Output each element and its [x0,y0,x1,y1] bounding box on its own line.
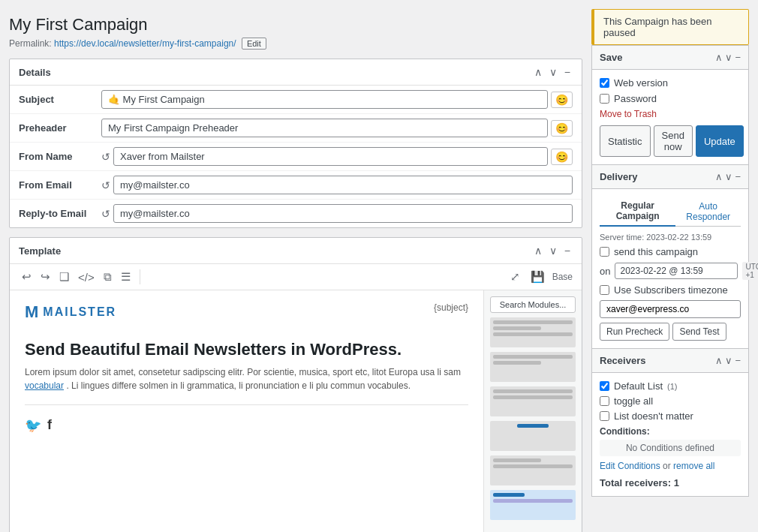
default-list-checkbox[interactable] [600,381,609,391]
reply-to-row: Reply-to Email ↺ [10,200,582,227]
template-collapse-up[interactable]: ∧ [532,244,544,257]
template-panel-header: Template ∧ ∨ − [10,238,582,264]
send-campaign-row[interactable]: send this campaign [600,246,741,257]
expand-button[interactable]: ⤢ [507,269,523,285]
preheader-label: Preheader [19,122,101,134]
preview-link[interactable]: vocabular [25,380,64,391]
list-doesnt-matter-label: List doesn't matter [614,410,693,422]
preheader-input[interactable] [101,119,548,137]
save-panel-up[interactable]: ∧ [715,52,723,63]
copy-button[interactable]: ⧉ [101,269,115,285]
delivery-panel-down[interactable]: ∨ [725,171,732,182]
save-template-button[interactable]: 💾 [528,269,548,285]
from-name-refresh-icon[interactable]: ↺ [101,151,110,163]
module-preview-3[interactable] [490,386,576,416]
send-now-button[interactable]: Send now [654,125,693,157]
no-conditions-text: No Conditions defined [600,440,741,456]
edit-conditions-link[interactable]: Edit Conditions [600,461,660,471]
code-button[interactable]: </> [75,269,98,285]
password-checkbox[interactable] [600,94,609,104]
conditions-actions: Edit Conditions or remove all [600,461,741,471]
save-section: Web version Password Move to Trash Stati… [592,70,748,164]
send-campaign-label: send this campaign [614,246,698,257]
from-name-input[interactable] [113,147,548,166]
undo-button[interactable]: ↩ [19,269,35,285]
from-email-label: From Email [19,179,101,191]
delivery-panel-up[interactable]: ∧ [715,171,723,182]
default-list-label: Default List [614,380,663,392]
remove-all-link[interactable]: remove all [673,461,714,471]
update-button[interactable]: Update [696,125,744,157]
or-label: or [663,461,673,471]
from-email-refresh-icon[interactable]: ↺ [101,179,110,191]
toggle-all-checkbox[interactable] [600,396,609,406]
reply-to-refresh-icon[interactable]: ↺ [101,208,110,220]
web-version-row[interactable]: Web version [600,77,741,89]
list-doesnt-matter-checkbox[interactable] [600,411,609,421]
server-time: Server time: 2023-02-22 13:59 [600,233,741,242]
logo-text: MAILSTER [43,305,116,319]
search-modules-button[interactable]: Search Modules... [490,296,576,313]
save-panel: Save ∧ ∨ − Web version Password Move to … [591,45,749,165]
permalink: Permalink: https://dev.local/newsletter/… [9,38,582,50]
on-row: on UTC +1 [600,262,741,280]
module-preview-4[interactable] [490,421,576,451]
receivers-panel-up[interactable]: ∧ [715,355,723,366]
template-collapse-down[interactable]: ∨ [547,244,559,257]
send-test-button[interactable]: Send Test [672,323,726,341]
web-version-checkbox[interactable] [600,78,609,88]
permalink-link[interactable]: https://dev.local/newsletter/my-first-ca… [54,38,236,49]
receiver-default-list[interactable]: Default List (1) [600,380,741,392]
save-panel-down[interactable]: ∨ [725,52,732,63]
move-to-trash-link[interactable]: Move to Trash [600,109,741,119]
receivers-panel-toggle[interactable]: − [735,355,741,366]
receiver-list-doesnt-matter[interactable]: List doesn't matter [600,410,741,422]
subject-row: Subject 😊 [10,86,582,114]
tab-auto-responder[interactable]: Auto Responder [675,197,741,226]
module-preview-5[interactable] [490,455,576,485]
preview-headline: Send Beautiful Email Newsletters in Word… [25,340,468,359]
run-precheck-button[interactable]: Run Precheck [600,323,669,341]
receivers-panel-down[interactable]: ∨ [725,355,732,366]
statistic-button[interactable]: Statistic [600,125,651,157]
tz-label: Use Subscribers timezone [614,284,728,296]
from-email-input[interactable] [113,176,573,194]
send-campaign-checkbox[interactable] [600,247,609,257]
password-row[interactable]: Password [600,93,741,104]
redo-button[interactable]: ↪ [38,269,53,285]
toolbar-separator [140,269,140,284]
tab-regular-campaign[interactable]: Regular Campaign [600,197,675,227]
preview-body: Lorem ipsum dolor sit amet, consetetur s… [25,365,468,392]
base-label: Base [552,272,573,282]
details-toggle[interactable]: − [562,65,573,79]
template-body: M MAILSTER {subject} Send Beautiful Emai… [10,290,582,532]
template-modules-sidebar: Search Modules... [484,290,582,532]
doc-button[interactable]: ❑ [56,269,72,285]
reply-to-input[interactable] [113,204,573,223]
subject-input[interactable] [101,90,548,109]
delivery-panel-toggle[interactable]: − [735,171,741,182]
module-preview-1[interactable] [490,317,576,347]
subject-emoji-button[interactable]: 😊 [551,92,573,108]
template-panel: Template ∧ ∨ − ↩ ↪ ❑ </> ⧉ ☰ ⤢ 💾 Base [9,237,582,532]
details-panel-title: Details [19,67,51,78]
module-preview-6[interactable] [490,490,576,520]
edit-permalink-button[interactable]: Edit [242,38,266,50]
details-collapse-up[interactable]: ∧ [532,65,544,79]
from-name-emoji-button[interactable]: 😊 [551,149,573,165]
preview-divider [25,404,468,405]
details-panel-header: Details ∧ ∨ − [10,59,582,86]
tz-row[interactable]: Use Subscribers timezone [600,284,741,296]
list-button[interactable]: ☰ [118,269,134,285]
delivery-panel-header: Delivery ∧ ∨ − [592,165,748,189]
reply-to-label: Reply-to Email [19,208,101,219]
tz-checkbox[interactable] [600,285,609,295]
module-preview-2[interactable] [490,352,576,382]
template-toggle[interactable]: − [562,244,573,257]
preheader-emoji-button[interactable]: 😊 [551,120,573,137]
save-panel-toggle[interactable]: − [735,52,741,63]
datetime-input[interactable] [615,263,738,279]
test-email-input[interactable] [600,300,741,318]
receiver-toggle-all[interactable]: toggle all [600,395,741,407]
details-collapse-down[interactable]: ∨ [547,65,559,79]
